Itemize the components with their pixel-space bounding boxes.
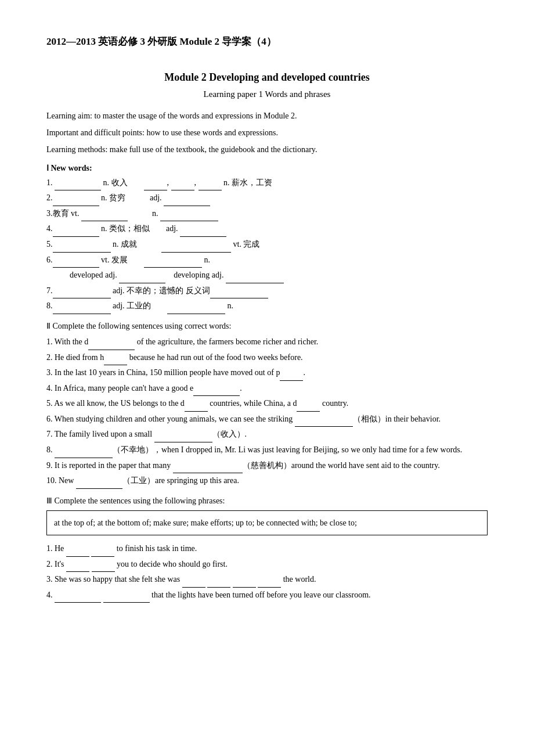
new-word-3: 3.教育 vt. n.: [46, 206, 488, 222]
section-iii-item-4: 4. that the lights have been turned off …: [46, 588, 488, 603]
important-points: Important and difficult points: how to u…: [46, 125, 488, 140]
section-iii-list: 1. He to finish his task in time. 2. It'…: [46, 541, 488, 603]
new-word-8: 8. adj. 工业的 n.: [46, 298, 488, 314]
section-ii-header: Ⅱ Complete the following sentences using…: [46, 321, 488, 331]
new-word-5: 5. n. 成就 vt. 完成: [46, 237, 488, 253]
section-ii-item-10: 10. New （工业）are springing up this area.: [46, 473, 488, 489]
section-ii-item-3: 3. In the last 10 years in China, 150 mi…: [46, 365, 488, 381]
learning-methods: Learning methods: make full use of the t…: [46, 142, 488, 157]
phrase-box: at the top of; at the bottom of; make su…: [46, 510, 488, 535]
page-title: 2012—2013 英语必修 3 外研版 Module 2 导学案（4）: [46, 35, 488, 48]
section-iii-item-2: 2. It's you to decide who should go firs…: [46, 557, 488, 573]
section-iii-item-3: 3. She was so happy that she felt she wa…: [46, 572, 488, 588]
section-ii-list: 1. With the d of the agriculture, the fa…: [46, 334, 488, 489]
new-words-list: 1. n. 收入 , , n. 薪水，工资 2. n. 贫穷 adj. 3.教育…: [46, 175, 488, 314]
new-word-4: 4. n. 类似；相似 adj.: [46, 221, 488, 237]
section-ii-item-7: 7. The family lived upon a small （收入）.: [46, 427, 488, 442]
section-ii-item-9: 9. It is reported in the paper that many…: [46, 458, 488, 474]
section-ii-item-6: 6. When studying children and other youn…: [46, 412, 488, 427]
learning-aim: Learning aim: to master the usage of the…: [46, 109, 488, 123]
module-title: Module 2 Developing and developed countr…: [46, 71, 488, 84]
new-word-7: 7. adj. 不幸的；遗憾的 反义词: [46, 283, 488, 299]
new-word-2: 2. n. 贫穷 adj.: [46, 190, 488, 206]
new-word-6b: developed adj. developing adj.: [46, 268, 488, 283]
section-iii-header: Ⅲ Complete the sentences using the follo…: [46, 496, 488, 506]
new-word-1: 1. n. 收入 , , n. 薪水，工资: [46, 175, 488, 191]
section-iii-item-1: 1. He to finish his task in time.: [46, 541, 488, 557]
section-ii-item-1: 1. With the d of the agriculture, the fa…: [46, 334, 488, 350]
section-ii-item-8: 8. （不幸地），when I dropped in, Mr. Li was j…: [46, 442, 488, 458]
section-ii-item-2: 2. He died from h because he had run out…: [46, 350, 488, 366]
section-ii-item-4: 4. In Africa, many people can't have a g…: [46, 381, 488, 397]
learning-paper-subtitle: Learning paper 1 Words and phrases: [46, 89, 488, 99]
new-word-6a: 6. vt. 发展 n.: [46, 253, 488, 268]
section-ii-item-5: 5. As we all know, the US belongs to the…: [46, 396, 488, 412]
section-i-header: Ⅰ New words:: [46, 163, 488, 173]
